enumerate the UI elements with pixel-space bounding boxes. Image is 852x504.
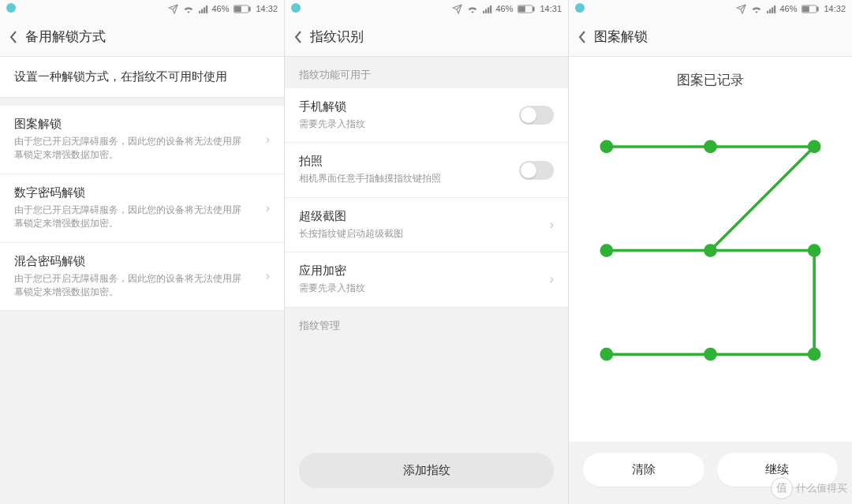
signal-icon	[483, 5, 492, 13]
svg-rect-16	[772, 7, 773, 13]
clear-button[interactable]: 清除	[583, 453, 704, 487]
back-icon[interactable]	[294, 31, 308, 43]
svg-rect-2	[204, 7, 205, 13]
wifi-icon	[751, 5, 762, 13]
pattern-grid[interactable]	[569, 97, 852, 442]
wifi-icon	[183, 5, 194, 13]
section-heading: 设置一种解锁方式，在指纹不可用时使用	[0, 57, 284, 98]
back-icon[interactable]	[578, 31, 592, 43]
page-title: 备用解锁方式	[25, 28, 106, 46]
chevron-right-icon: ›	[550, 218, 554, 232]
row-pin-unlock[interactable]: 数字密码解锁 由于您已开启无障碍服务，因此您的设备将无法使用屏幕锁定来增强数据加…	[0, 174, 284, 243]
titlebar: 指纹识别	[285, 17, 568, 57]
carrier-logo-icon	[6, 3, 16, 13]
row-subtitle: 相机界面任意手指触摸指纹键拍照	[299, 172, 500, 185]
battery-icon	[234, 5, 251, 13]
battery-percent: 46%	[495, 4, 513, 13]
page-title: 图案解锁	[594, 28, 648, 46]
clock: 14:31	[540, 4, 562, 13]
svg-rect-12	[533, 6, 535, 10]
battery-percent: 46%	[779, 4, 797, 13]
svg-rect-19	[817, 6, 819, 10]
svg-point-22	[704, 140, 717, 154]
svg-rect-8	[485, 9, 487, 13]
row-app-encryption[interactable]: 应用加密 需要先录入指纹 ›	[285, 252, 568, 307]
row-title: 图案解锁	[14, 117, 247, 132]
group-label-manage: 指纹管理	[285, 308, 568, 339]
signal-icon	[199, 5, 208, 13]
toggle-switch[interactable]	[519, 161, 554, 180]
send-icon	[168, 4, 178, 14]
row-subtitle: 由于您已开启无障碍服务，因此您的设备将无法使用屏幕锁定来增强数据加密。	[14, 135, 247, 162]
send-icon	[736, 4, 746, 14]
status-bar: 46% 14:32	[0, 0, 284, 17]
clock: 14:32	[824, 4, 846, 13]
svg-rect-10	[490, 6, 491, 13]
content-area: 图案已记录 清除 继续	[569, 57, 852, 504]
chevron-right-icon: ›	[266, 201, 270, 215]
svg-point-24	[600, 244, 613, 257]
svg-rect-20	[803, 6, 809, 12]
chevron-right-icon: ›	[550, 272, 554, 286]
pattern-svg	[569, 97, 852, 442]
back-icon[interactable]	[9, 31, 24, 43]
battery-percent: 46%	[211, 4, 229, 13]
group-label: 指纹功能可用于	[285, 57, 568, 88]
watermark-text: 什么值得买	[796, 481, 847, 495]
row-pattern-unlock[interactable]: 图案解锁 由于您已开启无障碍服务，因此您的设备将无法使用屏幕锁定来增强数据加密。…	[0, 106, 284, 174]
row-mixed-password-unlock[interactable]: 混合密码解锁 由于您已开启无障碍服务，因此您的设备将无法使用屏幕锁定来增强数据加…	[0, 243, 284, 312]
phone-screen-fingerprint: 46% 14:31 指纹识别 指纹功能可用于 手机解锁 需要先录入指纹 拍照	[284, 0, 568, 504]
row-title: 数字密码解锁	[14, 185, 247, 200]
clock: 14:32	[256, 4, 278, 13]
row-title: 混合密码解锁	[14, 254, 247, 269]
row-title: 超级截图	[299, 209, 531, 224]
svg-rect-14	[767, 10, 768, 13]
row-title: 拍照	[299, 154, 500, 169]
phone-screen-pattern: 46% 14:32 图案解锁 图案已记录 清除 继续 值 什么值得买	[568, 0, 852, 504]
page-title: 指纹识别	[310, 28, 364, 46]
row-title: 手机解锁	[299, 99, 500, 114]
svg-rect-13	[519, 6, 525, 12]
send-icon	[452, 4, 462, 14]
content-area: 设置一种解锁方式，在指纹不可用时使用 图案解锁 由于您已开启无障碍服务，因此您的…	[0, 57, 284, 504]
row-subtitle: 由于您已开启无障碍服务，因此您的设备将无法使用屏幕锁定来增强数据加密。	[14, 272, 247, 300]
pattern-recorded-label: 图案已记录	[569, 57, 852, 97]
titlebar: 图案解锁	[569, 17, 852, 57]
svg-rect-15	[769, 9, 771, 13]
content-area: 指纹功能可用于 手机解锁 需要先录入指纹 拍照 相机界面任意手指触摸指纹键拍照 …	[285, 57, 568, 504]
svg-point-29	[808, 348, 821, 361]
row-subtitle: 长按指纹键启动超级截图	[299, 227, 531, 241]
svg-point-26	[808, 244, 821, 257]
svg-rect-0	[199, 10, 200, 13]
row-subtitle: 需要先录入指纹	[299, 118, 500, 131]
carrier-logo-icon	[575, 3, 585, 13]
add-fingerprint-button[interactable]: 添加指纹	[299, 453, 554, 488]
row-super-screenshot[interactable]: 超级截图 长按指纹键启动超级截图 ›	[285, 198, 568, 252]
svg-rect-9	[488, 7, 489, 13]
status-bar: 46% 14:32	[569, 0, 852, 17]
toggle-switch[interactable]	[519, 106, 554, 125]
row-title: 应用加密	[299, 263, 531, 278]
svg-rect-1	[201, 9, 203, 13]
chevron-right-icon: ›	[266, 269, 270, 283]
watermark-logo-icon: 值	[771, 477, 793, 499]
svg-point-27	[600, 348, 613, 361]
row-subtitle: 需要先录入指纹	[299, 282, 531, 295]
svg-rect-5	[249, 6, 251, 10]
battery-icon	[518, 5, 535, 13]
signal-icon	[767, 5, 776, 13]
row-camera-shutter[interactable]: 拍照 相机界面任意手指触摸指纹键拍照	[285, 143, 568, 197]
titlebar: 备用解锁方式	[0, 17, 284, 57]
battery-icon	[802, 5, 819, 13]
svg-rect-7	[483, 10, 484, 13]
row-unlock-phone[interactable]: 手机解锁 需要先录入指纹	[285, 88, 568, 143]
svg-point-21	[600, 140, 613, 154]
svg-rect-6	[235, 6, 241, 12]
phone-screen-backup-unlock: 46% 14:32 备用解锁方式 设置一种解锁方式，在指纹不可用时使用 图案解锁…	[0, 0, 284, 504]
status-bar: 46% 14:31	[285, 0, 568, 17]
watermark: 值 什么值得买	[771, 477, 847, 499]
svg-point-28	[704, 348, 717, 361]
svg-point-25	[704, 244, 717, 257]
svg-rect-3	[206, 6, 207, 13]
carrier-logo-icon	[291, 3, 301, 13]
